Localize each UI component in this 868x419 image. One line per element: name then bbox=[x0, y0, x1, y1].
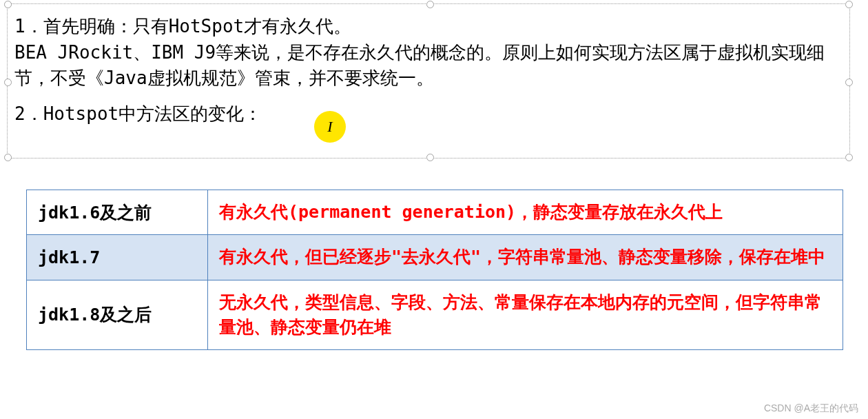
selection-handle-br[interactable] bbox=[845, 154, 853, 161]
paragraph-1-line-2: BEA JRockit、IBM J9等来说，是不存在永久代的概念的。原则上如何实… bbox=[14, 40, 843, 92]
cell-desc: 无永久代，类型信息、字段、方法、常量保存在本地内存的元空间，但字符串常量池、静态… bbox=[208, 280, 843, 350]
text-cursor-icon: I bbox=[327, 116, 332, 138]
jdk-table: jdk1.6及之前 有永久代(permanent generation)，静态变… bbox=[26, 190, 843, 350]
cell-desc: 有永久代，但已经逐步"去永久代"，字符串常量池、静态变量移除，保存在堆中 bbox=[208, 235, 843, 280]
selection-handle-mr[interactable] bbox=[845, 79, 853, 86]
selection-handle-bl[interactable] bbox=[4, 154, 12, 161]
paragraph-1-line-1: 1．首先明确：只有HotSpot才有永久代。 bbox=[14, 14, 843, 40]
selection-handle-ml[interactable] bbox=[4, 79, 12, 86]
selection-handle-tr[interactable] bbox=[845, 1, 853, 8]
table-row: jdk1.8及之后 无永久代，类型信息、字段、方法、常量保存在本地内存的元空间，… bbox=[27, 280, 843, 350]
blank-line bbox=[14, 92, 843, 101]
selection-handle-bm[interactable] bbox=[426, 154, 434, 161]
table-row: jdk1.6及之前 有永久代(permanent generation)，静态变… bbox=[27, 190, 843, 235]
text-box[interactable]: 1．首先明确：只有HotSpot才有永久代。 BEA JRockit、IBM J… bbox=[7, 3, 850, 159]
paragraph-2: 2．Hotspot中方法区的变化： bbox=[14, 101, 843, 127]
selection-handle-tl[interactable] bbox=[4, 1, 12, 8]
table-row: jdk1.7 有永久代，但已经逐步"去永久代"，字符串常量池、静态变量移除，保存… bbox=[27, 235, 843, 280]
selection-handle-tm[interactable] bbox=[426, 1, 434, 8]
cell-version: jdk1.7 bbox=[27, 235, 208, 280]
cell-version: jdk1.8及之后 bbox=[27, 280, 208, 350]
cursor-highlight: I bbox=[314, 111, 346, 143]
cell-version: jdk1.6及之前 bbox=[27, 190, 208, 235]
cell-desc: 有永久代(permanent generation)，静态变量存放在永久代上 bbox=[208, 190, 843, 235]
watermark: CSDN @A老王的代码 bbox=[764, 402, 858, 415]
